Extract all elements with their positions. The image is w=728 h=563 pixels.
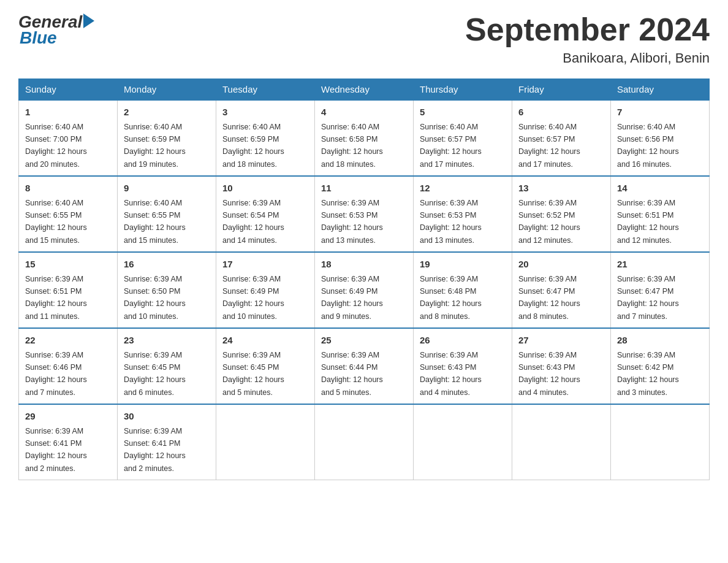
- day-number: 29: [25, 410, 111, 424]
- day-info: Sunrise: 6:39 AMSunset: 6:46 PMDaylight:…: [25, 351, 87, 397]
- day-info: Sunrise: 6:40 AMSunset: 6:57 PMDaylight:…: [420, 123, 482, 169]
- calendar-cell: 7Sunrise: 6:40 AMSunset: 6:56 PMDaylight…: [611, 100, 710, 176]
- calendar-cell: 16Sunrise: 6:39 AMSunset: 6:50 PMDayligh…: [118, 252, 216, 328]
- day-number: 23: [124, 334, 210, 348]
- day-number: 1: [25, 105, 111, 120]
- day-number: 16: [124, 258, 210, 272]
- calendar-cell: 15Sunrise: 6:39 AMSunset: 6:51 PMDayligh…: [19, 252, 118, 328]
- day-number: 22: [25, 334, 111, 348]
- col-friday: Friday: [512, 79, 611, 101]
- logo-blue-text: Blue: [20, 28, 94, 48]
- day-info: Sunrise: 6:39 AMSunset: 6:49 PMDaylight:…: [321, 275, 383, 321]
- calendar-cell: 26Sunrise: 6:39 AMSunset: 6:43 PMDayligh…: [414, 328, 512, 404]
- day-number: 4: [321, 105, 407, 120]
- day-number: 30: [124, 410, 210, 424]
- calendar-cell: 12Sunrise: 6:39 AMSunset: 6:53 PMDayligh…: [414, 176, 512, 252]
- calendar-cell: [611, 404, 710, 480]
- calendar-cell: 27Sunrise: 6:39 AMSunset: 6:43 PMDayligh…: [512, 328, 611, 404]
- day-number: 2: [124, 105, 210, 120]
- day-info: Sunrise: 6:39 AMSunset: 6:48 PMDaylight:…: [420, 275, 482, 321]
- calendar-week-row: 15Sunrise: 6:39 AMSunset: 6:51 PMDayligh…: [19, 252, 710, 328]
- col-sunday: Sunday: [19, 79, 118, 101]
- day-info: Sunrise: 6:40 AMSunset: 6:58 PMDaylight:…: [321, 123, 383, 169]
- day-info: Sunrise: 6:39 AMSunset: 6:52 PMDaylight:…: [518, 199, 580, 245]
- day-info: Sunrise: 6:39 AMSunset: 6:47 PMDaylight:…: [518, 275, 580, 321]
- day-number: 10: [222, 182, 308, 196]
- calendar-cell: 4Sunrise: 6:40 AMSunset: 6:58 PMDaylight…: [315, 100, 414, 176]
- calendar-cell: 23Sunrise: 6:39 AMSunset: 6:45 PMDayligh…: [118, 328, 216, 404]
- day-info: Sunrise: 6:39 AMSunset: 6:51 PMDaylight:…: [617, 199, 679, 245]
- calendar-cell: 17Sunrise: 6:39 AMSunset: 6:49 PMDayligh…: [216, 252, 315, 328]
- calendar-cell: 30Sunrise: 6:39 AMSunset: 6:41 PMDayligh…: [118, 404, 216, 480]
- calendar-cell: 6Sunrise: 6:40 AMSunset: 6:57 PMDaylight…: [512, 100, 611, 176]
- day-number: 9: [124, 182, 210, 196]
- day-number: 8: [25, 182, 111, 196]
- day-number: 5: [420, 105, 506, 120]
- calendar-cell: 5Sunrise: 6:40 AMSunset: 6:57 PMDaylight…: [414, 100, 512, 176]
- calendar-cell: 19Sunrise: 6:39 AMSunset: 6:48 PMDayligh…: [414, 252, 512, 328]
- col-tuesday: Tuesday: [216, 79, 315, 101]
- day-number: 17: [222, 258, 308, 272]
- day-number: 24: [222, 334, 308, 348]
- day-info: Sunrise: 6:39 AMSunset: 6:53 PMDaylight:…: [420, 199, 482, 245]
- day-number: 14: [617, 182, 703, 196]
- logo-arrow-icon: [83, 13, 94, 28]
- day-number: 28: [617, 334, 703, 348]
- calendar-cell: 24Sunrise: 6:39 AMSunset: 6:45 PMDayligh…: [216, 328, 315, 404]
- day-number: 21: [617, 258, 703, 272]
- calendar-cell: [414, 404, 512, 480]
- day-number: 15: [25, 258, 111, 272]
- day-info: Sunrise: 6:40 AMSunset: 6:57 PMDaylight:…: [518, 123, 580, 169]
- calendar-cell: 8Sunrise: 6:40 AMSunset: 6:55 PMDaylight…: [19, 176, 118, 252]
- day-number: 7: [617, 105, 703, 120]
- calendar-week-row: 22Sunrise: 6:39 AMSunset: 6:46 PMDayligh…: [19, 328, 710, 404]
- calendar-cell: [512, 404, 611, 480]
- day-number: 27: [518, 334, 604, 348]
- calendar-subtitle: Banikoara, Alibori, Benin: [465, 50, 710, 66]
- day-info: Sunrise: 6:39 AMSunset: 6:51 PMDaylight:…: [25, 275, 87, 321]
- calendar-cell: 14Sunrise: 6:39 AMSunset: 6:51 PMDayligh…: [611, 176, 710, 252]
- calendar-cell: 9Sunrise: 6:40 AMSunset: 6:55 PMDaylight…: [118, 176, 216, 252]
- calendar-cell: 18Sunrise: 6:39 AMSunset: 6:49 PMDayligh…: [315, 252, 414, 328]
- day-number: 13: [518, 182, 604, 196]
- day-info: Sunrise: 6:40 AMSunset: 6:59 PMDaylight:…: [222, 123, 284, 169]
- calendar-cell: [315, 404, 414, 480]
- calendar-cell: 21Sunrise: 6:39 AMSunset: 6:47 PMDayligh…: [611, 252, 710, 328]
- calendar-cell: 20Sunrise: 6:39 AMSunset: 6:47 PMDayligh…: [512, 252, 611, 328]
- calendar-cell: 22Sunrise: 6:39 AMSunset: 6:46 PMDayligh…: [19, 328, 118, 404]
- day-number: 26: [420, 334, 506, 348]
- day-info: Sunrise: 6:39 AMSunset: 6:45 PMDaylight:…: [222, 351, 284, 397]
- day-info: Sunrise: 6:40 AMSunset: 7:00 PMDaylight:…: [25, 123, 87, 169]
- calendar-cell: 29Sunrise: 6:39 AMSunset: 6:41 PMDayligh…: [19, 404, 118, 480]
- calendar-title: September 2024: [465, 12, 710, 47]
- title-block: September 2024 Banikoara, Alibori, Benin: [465, 12, 710, 66]
- calendar-cell: 1Sunrise: 6:40 AMSunset: 7:00 PMDaylight…: [19, 100, 118, 176]
- calendar-week-row: 8Sunrise: 6:40 AMSunset: 6:55 PMDaylight…: [19, 176, 710, 252]
- day-number: 12: [420, 182, 506, 196]
- day-info: Sunrise: 6:39 AMSunset: 6:42 PMDaylight:…: [617, 351, 679, 397]
- calendar-cell: 25Sunrise: 6:39 AMSunset: 6:44 PMDayligh…: [315, 328, 414, 404]
- calendar-cell: 28Sunrise: 6:39 AMSunset: 6:42 PMDayligh…: [611, 328, 710, 404]
- day-info: Sunrise: 6:39 AMSunset: 6:54 PMDaylight:…: [222, 199, 284, 245]
- calendar-cell: 10Sunrise: 6:39 AMSunset: 6:54 PMDayligh…: [216, 176, 315, 252]
- col-monday: Monday: [118, 79, 216, 101]
- day-info: Sunrise: 6:40 AMSunset: 6:55 PMDaylight:…: [25, 199, 87, 245]
- day-number: 19: [420, 258, 506, 272]
- day-info: Sunrise: 6:39 AMSunset: 6:44 PMDaylight:…: [321, 351, 383, 397]
- day-info: Sunrise: 6:40 AMSunset: 6:56 PMDaylight:…: [617, 123, 679, 169]
- calendar-cell: 13Sunrise: 6:39 AMSunset: 6:52 PMDayligh…: [512, 176, 611, 252]
- calendar-cell: 2Sunrise: 6:40 AMSunset: 6:59 PMDaylight…: [118, 100, 216, 176]
- calendar-week-row: 29Sunrise: 6:39 AMSunset: 6:41 PMDayligh…: [19, 404, 710, 480]
- col-saturday: Saturday: [611, 79, 710, 101]
- day-info: Sunrise: 6:39 AMSunset: 6:41 PMDaylight:…: [124, 427, 186, 473]
- day-info: Sunrise: 6:39 AMSunset: 6:50 PMDaylight:…: [124, 275, 186, 321]
- logo: General Blue: [18, 12, 94, 48]
- day-info: Sunrise: 6:39 AMSunset: 6:41 PMDaylight:…: [25, 427, 87, 473]
- calendar-week-row: 1Sunrise: 6:40 AMSunset: 7:00 PMDaylight…: [19, 100, 710, 176]
- calendar-cell: 3Sunrise: 6:40 AMSunset: 6:59 PMDaylight…: [216, 100, 315, 176]
- day-info: Sunrise: 6:40 AMSunset: 6:59 PMDaylight:…: [124, 123, 186, 169]
- day-number: 6: [518, 105, 604, 120]
- day-number: 18: [321, 258, 407, 272]
- day-number: 20: [518, 258, 604, 272]
- calendar-cell: [216, 404, 315, 480]
